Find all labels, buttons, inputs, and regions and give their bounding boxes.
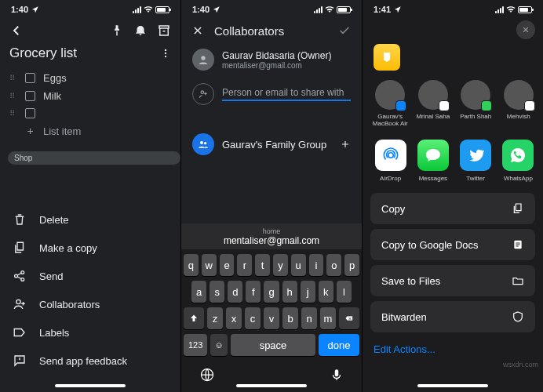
edit-actions-link[interactable]: Edit Actions...: [363, 337, 543, 361]
list-item[interactable]: ⠿Eggs: [9, 69, 171, 87]
trash-icon: [13, 212, 27, 227]
key-w[interactable]: w: [202, 254, 217, 276]
emoji-key[interactable]: ☺: [210, 334, 228, 356]
add-item-row[interactable]: +List item: [9, 122, 171, 140]
menu-feedback[interactable]: Send app feedback: [0, 347, 180, 375]
checkbox[interactable]: [25, 91, 35, 101]
archive-icon[interactable]: [157, 24, 171, 38]
key-s[interactable]: s: [210, 281, 224, 303]
backspace-key[interactable]: [339, 307, 359, 329]
key-t[interactable]: t: [255, 254, 270, 276]
home-indicator[interactable]: [55, 384, 126, 387]
contact[interactable]: Mrinal Saha: [415, 80, 452, 127]
key-k[interactable]: k: [319, 281, 333, 303]
key-f[interactable]: f: [246, 281, 261, 303]
action-google-docs[interactable]: Copy to Google Docs: [370, 229, 535, 260]
app-airdrop[interactable]: AirDrop: [372, 140, 409, 182]
checkbox[interactable]: [25, 73, 35, 83]
key-a[interactable]: a: [191, 281, 206, 303]
owner-email: mentaliser@gmail.com: [222, 61, 351, 70]
key-i[interactable]: i: [309, 254, 324, 276]
home-indicator[interactable]: [236, 384, 307, 387]
svg-point-6: [16, 299, 20, 303]
save-icon[interactable]: [338, 24, 351, 38]
key-m[interactable]: m: [320, 307, 336, 329]
pin-icon[interactable]: [110, 24, 124, 38]
wifi-icon: [325, 5, 334, 14]
mic-icon[interactable]: [330, 367, 344, 383]
screen-share-sheet: 1:41 Gaurav's MacBook AirMrinal SahaPart…: [363, 0, 543, 392]
key-p[interactable]: p: [344, 254, 359, 276]
key-d[interactable]: d: [228, 281, 242, 303]
add-icon[interactable]: [340, 137, 351, 151]
reminder-icon[interactable]: [133, 24, 148, 38]
label-chip[interactable]: Shop: [8, 151, 180, 165]
key-j[interactable]: j: [301, 281, 315, 303]
home-indicator[interactable]: [417, 384, 488, 387]
shift-key[interactable]: [184, 307, 204, 329]
key-v[interactable]: v: [264, 307, 279, 329]
key-e[interactable]: e: [220, 254, 235, 276]
clock: 1:40: [11, 5, 28, 14]
list-item[interactable]: ⠿Milk: [9, 87, 171, 105]
location-icon: [213, 5, 220, 13]
menu-collaborators[interactable]: Collaborators: [0, 290, 180, 318]
action-save-files[interactable]: Save to Files: [370, 265, 535, 296]
key-h[interactable]: h: [282, 281, 297, 303]
more-icon[interactable]: [160, 46, 171, 60]
folder-icon: [512, 274, 524, 287]
key-c[interactable]: c: [245, 307, 261, 329]
list-item-empty[interactable]: ⠿: [9, 105, 171, 122]
contact[interactable]: Mehvish: [501, 80, 538, 127]
avatar: [192, 49, 214, 71]
back-icon[interactable]: [9, 24, 24, 38]
key-o[interactable]: o: [326, 254, 341, 276]
app-messages[interactable]: Messages: [414, 140, 451, 182]
globe-icon[interactable]: [199, 367, 215, 383]
close-button[interactable]: [516, 20, 535, 39]
drag-icon[interactable]: ⠿: [9, 92, 17, 100]
owner-name: Gaurav Bidasaria (Owner): [222, 50, 351, 61]
key-y[interactable]: y: [273, 254, 288, 276]
menu-labels[interactable]: Labels: [0, 318, 180, 347]
close-icon[interactable]: [192, 24, 203, 38]
numbers-key[interactable]: 123: [184, 334, 207, 356]
group-row[interactable]: Gaurav's Family Group: [181, 127, 362, 162]
wifi-icon: [144, 5, 153, 14]
drag-icon[interactable]: ⠿: [9, 109, 17, 118]
space-key[interactable]: space: [231, 334, 315, 356]
key-l[interactable]: l: [337, 281, 352, 303]
app-twitter[interactable]: Twitter: [457, 140, 494, 182]
action-copy[interactable]: Copy: [370, 193, 535, 224]
svg-point-0: [165, 49, 166, 51]
key-r[interactable]: r: [237, 254, 252, 276]
menu-copy[interactable]: Make a copy: [0, 234, 180, 262]
key-z[interactable]: z: [207, 307, 223, 329]
avatar: [461, 80, 490, 110]
key-b[interactable]: b: [282, 307, 298, 329]
airdrop-contacts-row: Gaurav's MacBook AirMrinal SahaParth Sha…: [363, 80, 543, 135]
label-icon: [13, 325, 27, 339]
share-input[interactable]: Person or email to share with: [222, 87, 351, 101]
action-bitwarden[interactable]: Bitwarden: [370, 301, 535, 332]
app-whatsapp[interactable]: WhatsApp: [500, 140, 537, 182]
key-n[interactable]: n: [301, 307, 317, 329]
group-name: Gaurav's Family Group: [222, 139, 332, 151]
add-person-row[interactable]: Person or email to share with: [181, 77, 362, 111]
checkbox[interactable]: [25, 108, 35, 118]
contact[interactable]: Gaurav's MacBook Air: [372, 80, 409, 127]
autocomplete-suggestion[interactable]: home mentaliser@gmail.com: [181, 223, 362, 249]
drag-icon[interactable]: ⠿: [9, 74, 17, 82]
keep-note-icon: [374, 44, 400, 71]
key-u[interactable]: u: [291, 254, 306, 276]
page-title: Collaborators: [214, 24, 327, 38]
signal-icon: [133, 6, 141, 13]
status-bar: 1:40: [181, 0, 362, 16]
menu-send[interactable]: Send: [0, 262, 180, 290]
menu-delete[interactable]: Delete: [0, 205, 180, 234]
key-q[interactable]: q: [184, 254, 199, 276]
key-g[interactable]: g: [264, 281, 279, 303]
contact[interactable]: Parth Shah: [457, 80, 494, 127]
key-x[interactable]: x: [226, 307, 242, 329]
done-key[interactable]: done: [319, 334, 359, 356]
